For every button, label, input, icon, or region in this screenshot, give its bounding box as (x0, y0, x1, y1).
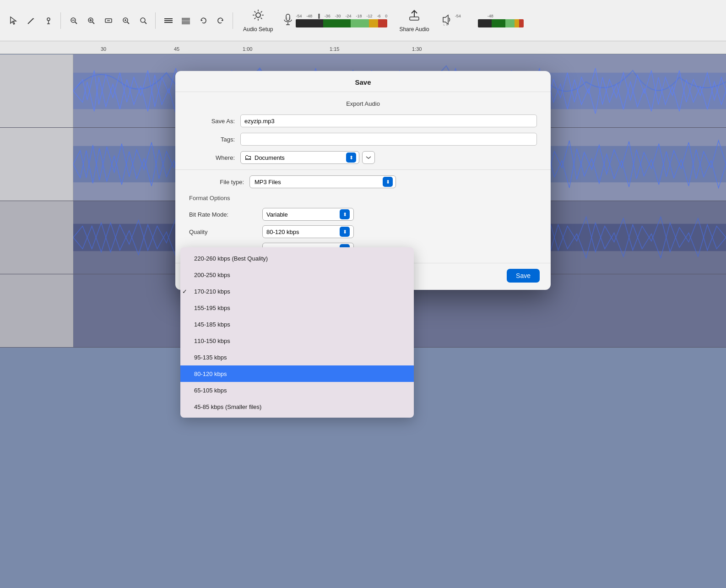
checkmark-icon: ✓ (182, 288, 187, 295)
filetype-updown-icon[interactable]: ⬍ (383, 177, 393, 187)
tags-label: Tags: (189, 136, 235, 143)
dropdown-item-0[interactable]: 220-260 kbps (Best Quality) (180, 250, 414, 267)
where-value: Documents (255, 154, 343, 161)
bit-rate-mode-updown[interactable]: ⬍ (340, 209, 350, 219)
where-updown-icon[interactable]: ⬍ (346, 152, 356, 163)
quality-label: Quality (189, 225, 262, 238)
dropdown-item-label: 45-85 kbps (Smaller files) (188, 403, 261, 410)
dialog-body: Export Audio Save As: Tags: Where: 🗂 Doc… (175, 92, 551, 256)
dropdown-item-8[interactable]: 65-105 kbps (180, 382, 414, 398)
save-as-input[interactable] (240, 114, 537, 127)
dropdown-item-label: 80-120 kbps (188, 370, 227, 377)
dropdown-item-4[interactable]: 145-185 kbps (180, 316, 414, 332)
quality-dropdown-popup: 220-260 kbps (Best Quality)200-250 kbps✓… (180, 247, 414, 418)
quality-updown[interactable]: ⬍ (340, 227, 350, 237)
dropdown-item-label: 155-195 kbps (188, 305, 230, 311)
quality-control: 80-120 kbps ⬍ (262, 225, 537, 238)
dropdown-item-label: 95-135 kbps (188, 354, 227, 361)
dialog-divider-1 (175, 169, 551, 170)
dropdown-item-label: 170-210 kbps (188, 288, 230, 295)
filetype-row: File type: MP3 Files ⬍ (175, 175, 551, 188)
where-select-wrap: 🗂 Documents ⬍ (240, 151, 537, 164)
dropdown-item-2[interactable]: ✓170-210 kbps (180, 283, 414, 299)
dialog-title: Save (175, 71, 551, 92)
save-as-label: Save As: (189, 118, 235, 125)
dropdown-item-6[interactable]: 95-135 kbps (180, 349, 414, 365)
filetype-select[interactable]: MP3 Files ⬍ (249, 175, 396, 188)
bit-rate-mode-value: Variable (266, 211, 288, 218)
quality-value: 80-120 kbps (266, 229, 299, 235)
where-label: Where: (189, 154, 235, 161)
save-button[interactable]: Save (507, 269, 540, 283)
bit-rate-mode-select[interactable]: Variable ⬍ (262, 208, 354, 221)
where-select[interactable]: 🗂 Documents ⬍ (240, 151, 359, 164)
dropdown-item-label: 220-260 kbps (Best Quality) (188, 255, 268, 262)
dropdown-item-label: 110-150 kbps (188, 338, 230, 344)
bit-rate-mode-control: Variable ⬍ (262, 208, 537, 221)
dropdown-item-label: 145-185 kbps (188, 321, 230, 328)
tags-input[interactable] (240, 133, 537, 146)
dialog-section: Export Audio (175, 100, 551, 107)
bit-rate-mode-label: Bit Rate Mode: (189, 208, 262, 221)
dropdown-item-3[interactable]: 155-195 kbps (180, 299, 414, 316)
dropdown-item-1[interactable]: 200-250 kbps (180, 267, 414, 283)
dropdown-item-5[interactable]: 110-150 kbps (180, 332, 414, 349)
save-as-row: Save As: (175, 114, 551, 127)
tags-row: Tags: (175, 133, 551, 146)
where-expand-button[interactable] (362, 151, 375, 164)
dropdown-item-9[interactable]: 45-85 kbps (Smaller files) (180, 398, 414, 415)
dropdown-item-label: 200-250 kbps (188, 272, 230, 278)
dropdown-item-7[interactable]: 80-120 kbps (180, 365, 414, 382)
filetype-label: File type: (189, 179, 244, 185)
where-row: Where: 🗂 Documents ⬍ (175, 151, 551, 164)
quality-select[interactable]: 80-120 kbps ⬍ (262, 225, 354, 238)
filetype-value: MP3 Files (255, 179, 380, 185)
documents-folder-icon: 🗂 (244, 153, 252, 162)
format-options-title: Format Options (175, 195, 551, 201)
dropdown-item-label: 65-105 kbps (188, 387, 227, 394)
